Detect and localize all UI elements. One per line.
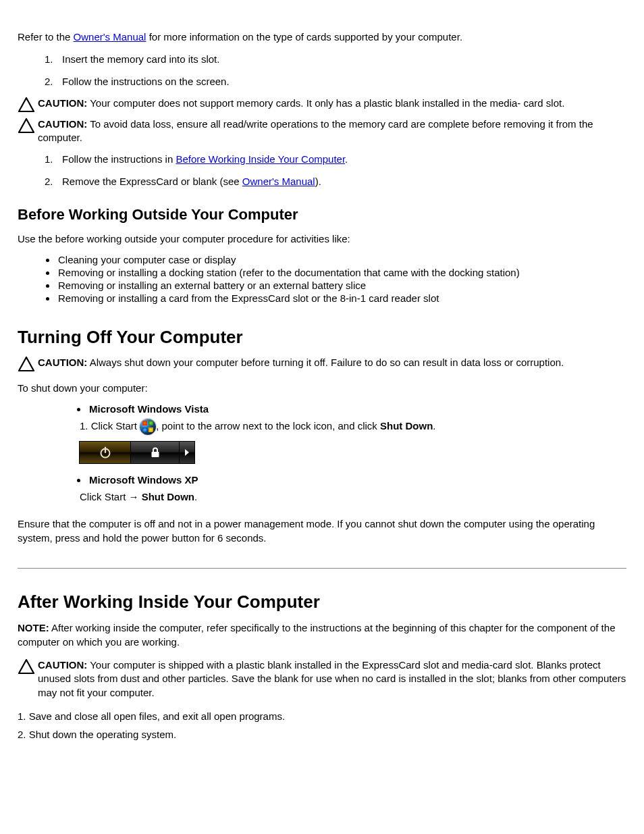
svg-rect-2 xyxy=(151,452,159,457)
shut-down-bold: Shut Down xyxy=(380,420,433,432)
step-text: Insert the memory card into its slot. xyxy=(62,52,626,66)
text: . xyxy=(433,420,435,432)
caution-icon xyxy=(18,118,35,133)
shut-down-bold: Shut Down xyxy=(142,491,194,502)
caution-2: CAUTION: To avoid data loss, ensure all … xyxy=(18,118,626,145)
text: Follow the instructions in xyxy=(62,153,176,165)
step-number: 1. xyxy=(18,52,62,66)
owners-manual-link[interactable]: Owner's Manual xyxy=(74,31,146,43)
text: Refer to the xyxy=(18,31,74,43)
text: ). xyxy=(315,176,321,187)
text: , point to the arrow next to the lock ic… xyxy=(156,420,380,432)
heading-after-working: After Working Inside Your Computer xyxy=(18,592,626,613)
text: Click Start xyxy=(80,491,129,502)
power-button-icon xyxy=(80,442,131,463)
shutdown-intro: To shut down your computer: xyxy=(18,381,626,395)
activities-intro: Use the before working outside your comp… xyxy=(18,232,626,246)
divider xyxy=(18,568,626,569)
step-2: 2. Follow the instructions on the screen… xyxy=(18,74,626,88)
ensure-off: Ensure that the computer is off and not … xyxy=(18,517,626,545)
caution-text: Always shut down your computer before tu… xyxy=(87,357,564,368)
start-orb-icon xyxy=(140,419,156,435)
step-text: Follow the instructions on the screen. xyxy=(62,74,626,88)
caution-label: CAUTION: xyxy=(38,659,87,671)
text: . xyxy=(345,153,348,165)
caution-1: CAUTION: Your computer does not support … xyxy=(18,97,626,112)
arrow-text: → xyxy=(129,491,142,502)
xp-item: Microsoft Windows XP xyxy=(88,474,626,486)
step-number: 2. xyxy=(18,74,62,88)
list-item: Cleaning your computer case or display xyxy=(57,254,626,265)
caution-label: CAUTION: xyxy=(38,118,87,130)
caution-text: To avoid data loss, ensure all read/writ… xyxy=(38,118,593,143)
activities-list: Cleaning your computer case or display R… xyxy=(18,254,626,304)
vista-power-bar-image xyxy=(80,442,194,463)
caution-text: Your computer is shipped with a plastic … xyxy=(38,659,626,698)
text: . xyxy=(194,491,197,502)
heading-turning-off: Turning Off Your Computer xyxy=(18,327,626,348)
step-6: 2. Remove the ExpressCard or blank (see … xyxy=(18,174,626,188)
step-number: 2. xyxy=(18,174,62,188)
caution-label: CAUTION: xyxy=(38,357,87,368)
caution-label: CAUTION: xyxy=(38,97,87,109)
heading-vista: Microsoft Windows Vista xyxy=(89,403,209,415)
xp-step: Click Start → Shut Down. xyxy=(18,490,626,505)
owners-manual-link-2[interactable]: Owner's Manual xyxy=(242,176,315,187)
heading-xp: Microsoft Windows XP xyxy=(89,474,198,486)
list-item: Removing or installing an external batte… xyxy=(57,280,626,291)
before-working-inside-link[interactable]: Before Working Inside Your Computer xyxy=(176,153,345,165)
caution-icon xyxy=(18,97,35,112)
list-item: Removing or installing a card from the E… xyxy=(57,292,626,304)
note-label: NOTE: xyxy=(18,622,49,633)
caution-4: CAUTION: Your computer is shipped with a… xyxy=(18,658,626,700)
caution-icon xyxy=(18,659,35,674)
step-1: 1. Insert the memory card into its slot. xyxy=(18,52,626,66)
heading-before-outside: Before Working Outside Your Computer xyxy=(18,206,626,224)
text: Remove the ExpressCard or blank (see xyxy=(62,176,242,187)
caution-3: CAUTION: Always shut down your computer … xyxy=(18,356,626,371)
text: for more information on the type of card… xyxy=(146,31,462,43)
step-5: 1. Follow the instructions in Before Wor… xyxy=(18,152,626,166)
list-item: Removing or installing a docking station… xyxy=(57,267,626,278)
step-number: 1. xyxy=(18,152,62,166)
lock-icon xyxy=(131,442,180,463)
vista-step: 1. Click Start , point to the arrow next… xyxy=(18,419,626,435)
note-text: After working inside the computer, refer… xyxy=(18,622,615,648)
intro-line: Refer to the Owner's Manual for more inf… xyxy=(18,30,626,44)
shutdown-os-step: 2. Shut down the operating system. xyxy=(18,729,626,740)
caution-icon xyxy=(18,357,35,371)
caution-text: Your computer does not support memory ca… xyxy=(87,97,564,109)
vista-item: Microsoft Windows Vista xyxy=(88,403,626,415)
text: 1. Click Start xyxy=(80,420,140,432)
arrow-right-icon xyxy=(180,442,194,463)
save-close-step: 1. Save and close all open files, and ex… xyxy=(18,710,626,722)
note-line: NOTE: After working inside the computer,… xyxy=(18,621,626,649)
